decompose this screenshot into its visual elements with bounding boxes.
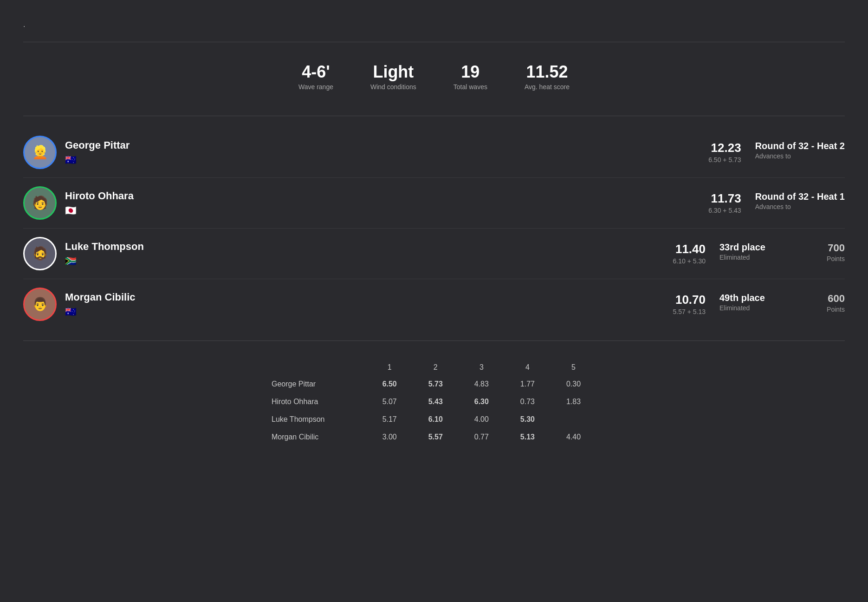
surfer-row: 🧑 Hiroto Ohhara 🇯🇵 11.73 6.30 + 5.43 Rou… xyxy=(23,178,845,229)
score-cell: 0.77 xyxy=(459,428,505,446)
score-cell: 6.30 xyxy=(459,393,505,411)
result-points-block: 600 Points xyxy=(817,293,845,313)
stat-item: 19 Total waves xyxy=(453,63,487,91)
stat-value: 19 xyxy=(453,63,487,81)
result-status: Eliminated xyxy=(719,304,803,312)
surfers-list: 👱 George Pittar 🇦🇺 12.23 6.50 + 5.73 Rou… xyxy=(23,127,845,329)
stat-value: 4-6' xyxy=(298,63,333,81)
result-total: 10.70 xyxy=(673,293,706,307)
score-surfer-name: Luke Thompson xyxy=(272,411,367,428)
result-total: 12.23 xyxy=(708,141,741,155)
score-cell: 5.57 xyxy=(413,428,459,446)
score-col-name xyxy=(272,360,367,375)
score-cell: 5.73 xyxy=(413,375,459,393)
stat-item: 11.52 Avg. heat score xyxy=(525,63,570,91)
surfer-result: 10.70 5.57 + 5.13 49th place Eliminated … xyxy=(673,293,845,315)
surfer-flag: 🇿🇦 xyxy=(65,255,673,267)
score-row: Morgan Cibilic3.005.570.775.134.40 xyxy=(272,428,596,446)
score-cell: 3.00 xyxy=(367,428,413,446)
result-points-val: 600 xyxy=(817,293,845,305)
score-col-num: 4 xyxy=(505,360,551,375)
surfer-avatar-wrap: 🧔 xyxy=(23,237,57,270)
surfer-row: 👨 Morgan Cibilic 🇦🇺 10.70 5.57 + 5.13 49… xyxy=(23,279,845,329)
surfer-avatar-wrap: 👱 xyxy=(23,136,57,169)
result-placement-block: 33rd place Eliminated xyxy=(719,242,803,261)
score-row: George Pittar6.505.734.831.770.30 xyxy=(272,375,596,393)
result-status: Advances to xyxy=(755,203,845,210)
score-row: Hiroto Ohhara5.075.436.300.731.83 xyxy=(272,393,596,411)
surfer-result: 11.40 6.10 + 5.30 33rd place Eliminated … xyxy=(673,242,845,265)
divider-table xyxy=(23,340,845,341)
surfer-info: Hiroto Ohhara 🇯🇵 xyxy=(65,190,708,216)
scores-table-section: 12345 George Pittar6.505.734.831.770.30H… xyxy=(23,355,845,451)
score-cell: 5.17 xyxy=(367,411,413,428)
score-row: Luke Thompson5.176.104.005.30 xyxy=(272,411,596,428)
score-cell: 5.07 xyxy=(367,393,413,411)
score-col-num: 5 xyxy=(551,360,596,375)
surfer-flag: 🇯🇵 xyxy=(65,205,708,216)
result-points-val: 700 xyxy=(817,242,845,254)
stat-label: Wind conditions xyxy=(370,83,416,91)
score-cell: 4.00 xyxy=(459,411,505,428)
surfer-name: Hiroto Ohhara xyxy=(65,190,708,202)
surfer-avatar: 👱 xyxy=(23,136,57,169)
divider-stats xyxy=(23,116,845,116)
score-cell: 4.40 xyxy=(551,428,596,446)
score-col-num: 2 xyxy=(413,360,459,375)
surfer-avatar: 👨 xyxy=(23,288,57,321)
surfer-row: 👱 George Pittar 🇦🇺 12.23 6.50 + 5.73 Rou… xyxy=(23,127,845,178)
stat-item: Light Wind conditions xyxy=(370,63,416,91)
surfer-avatar: 🧔 xyxy=(23,237,57,270)
score-cell: 1.83 xyxy=(551,393,596,411)
score-col-num: 1 xyxy=(367,360,413,375)
surfer-name: Morgan Cibilic xyxy=(65,291,673,303)
score-cell: 0.30 xyxy=(551,375,596,393)
score-surfer-name: Morgan Cibilic xyxy=(272,428,367,446)
result-total: 11.40 xyxy=(673,242,706,256)
score-cell: 1.77 xyxy=(505,375,551,393)
result-total: 11.73 xyxy=(708,191,741,206)
stat-value: Light xyxy=(370,63,416,81)
score-surfer-name: Hiroto Ohhara xyxy=(272,393,367,411)
stat-label: Wave range xyxy=(298,83,333,91)
stat-label: Avg. heat score xyxy=(525,83,570,91)
score-surfer-name: George Pittar xyxy=(272,375,367,393)
score-cell: 5.13 xyxy=(505,428,551,446)
score-cell: 6.10 xyxy=(413,411,459,428)
result-points-label: Points xyxy=(817,306,845,313)
score-cell: 6.50 xyxy=(367,375,413,393)
stat-item: 4-6' Wave range xyxy=(298,63,333,91)
score-cell xyxy=(551,411,596,428)
surfer-result: 12.23 6.50 + 5.73 Round of 32 - Heat 2 A… xyxy=(708,141,845,164)
surfer-avatar: 🧑 xyxy=(23,186,57,220)
result-status: Eliminated xyxy=(719,254,803,261)
score-col-num: 3 xyxy=(459,360,505,375)
score-cell: 5.30 xyxy=(505,411,551,428)
result-points-label: Points xyxy=(817,255,845,262)
surfer-info: Luke Thompson 🇿🇦 xyxy=(65,241,673,267)
surfer-name: Luke Thompson xyxy=(65,241,673,253)
result-score-block: 11.40 6.10 + 5.30 xyxy=(673,242,706,265)
result-score-block: 12.23 6.50 + 5.73 xyxy=(708,141,741,164)
result-score-block: 11.73 6.30 + 5.43 xyxy=(708,191,741,214)
surfer-avatar-wrap: 👨 xyxy=(23,288,57,321)
result-placement: 33rd place xyxy=(719,242,803,253)
stats-row: 4-6' Wave range Light Wind conditions 19… xyxy=(23,53,845,105)
surfer-flag: 🇦🇺 xyxy=(65,154,708,165)
score-cell: 0.73 xyxy=(505,393,551,411)
result-breakdown: 6.10 + 5.30 xyxy=(673,257,706,265)
surfer-avatar-wrap: 🧑 xyxy=(23,186,57,220)
stat-value: 11.52 xyxy=(525,63,570,81)
page-subtitle: · xyxy=(23,22,845,31)
divider-top xyxy=(23,42,845,42)
surfer-info: Morgan Cibilic 🇦🇺 xyxy=(65,291,673,317)
surfer-flag: 🇦🇺 xyxy=(65,306,673,317)
result-score-block: 10.70 5.57 + 5.13 xyxy=(673,293,706,315)
result-placement-block: Round of 32 - Heat 1 Advances to xyxy=(755,191,845,210)
result-breakdown: 5.57 + 5.13 xyxy=(673,308,706,315)
surfer-row: 🧔 Luke Thompson 🇿🇦 11.40 6.10 + 5.30 33r… xyxy=(23,229,845,279)
result-placement-block: 49th place Eliminated xyxy=(719,293,803,312)
result-placement: 49th place xyxy=(719,293,803,303)
score-cell: 5.43 xyxy=(413,393,459,411)
result-placement: Round of 32 - Heat 2 xyxy=(755,141,845,151)
